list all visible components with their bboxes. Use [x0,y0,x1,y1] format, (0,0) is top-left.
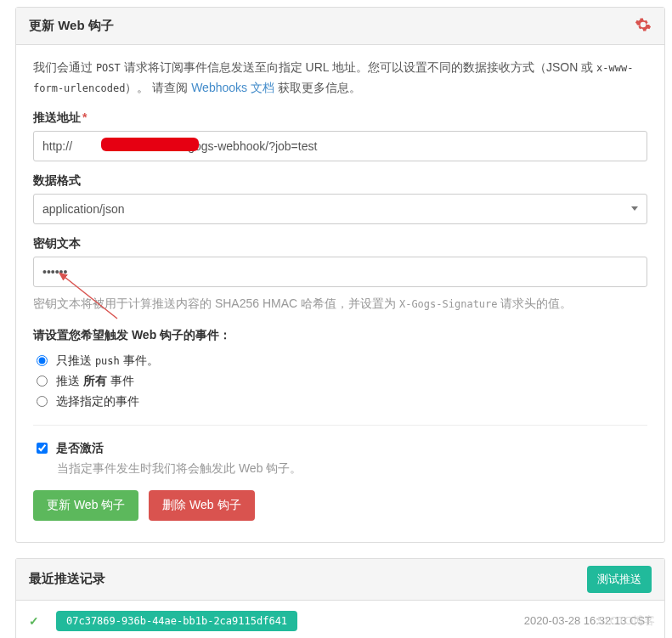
active-help: 当指定事件发生时我们将会触发此 Web 钩子。 [57,461,647,477]
panel-body: 我们会通过 POST 请求将订阅事件信息发送至向指定 URL 地址。您可以设置不… [16,45,664,542]
webhook-panel: 更新 Web 钩子 我们会通过 POST 请求将订阅事件信息发送至向指定 URL… [15,7,665,543]
uuid-badge[interactable]: 07c37869-936b-44ae-bb1b-2ca9115df641 [56,611,297,631]
format-value: application/json [42,202,125,216]
chevron-down-icon [631,206,638,211]
records-title: 最近推送记录 [29,571,105,587]
events-title: 请设置您希望触发 Web 钩子的事件： [33,328,647,343]
page-title: 更新 Web 钩子 [29,18,114,34]
gogs-icon [635,16,652,36]
active-label: 是否激活 [56,441,104,456]
records-header: 最近推送记录 测试推送 [16,559,664,601]
panel-header: 更新 Web 钩子 [16,8,664,45]
secret-label: 密钥文本 [33,236,647,251]
format-label: 数据格式 [33,173,647,189]
test-push-button[interactable]: 测试推送 [587,566,652,593]
radio-custom[interactable] [37,396,48,407]
radio-all-label: 推送 所有 事件 [56,374,134,389]
redaction-mark [101,138,199,151]
update-button[interactable]: 更新 Web 钩子 [33,490,138,521]
secret-input[interactable] [33,257,647,287]
divider [33,425,647,426]
format-select[interactable]: application/json [33,194,647,224]
active-checkbox[interactable] [37,443,48,454]
record-row: ✓ 07c37869-936b-44ae-bb1b-2ca9115df641 2… [16,601,664,638]
secret-help: 密钥文本将被用于计算推送内容的 SHA256 HMAC 哈希值，并设置为 X-G… [33,294,647,313]
radio-custom-label: 选择指定的事件 [56,394,139,409]
radio-all[interactable] [37,375,48,387]
check-icon: ✓ [29,614,39,628]
description: 我们会通过 POST 请求将订阅事件信息发送至向指定 URL 地址。您可以设置不… [33,58,647,99]
delete-button[interactable]: 删除 Web 钩子 [149,490,254,521]
watermark: 51CTO博客 [597,613,655,629]
radio-push-only[interactable] [37,355,48,366]
radio-push-only-label: 只推送 push 事件。 [56,353,159,369]
records-panel: 最近推送记录 测试推送 ✓ 07c37869-936b-44ae-bb1b-2c… [15,558,665,638]
webhooks-doc-link[interactable]: Webhooks 文档 [191,81,274,94]
url-label: 推送地址* [33,110,647,126]
